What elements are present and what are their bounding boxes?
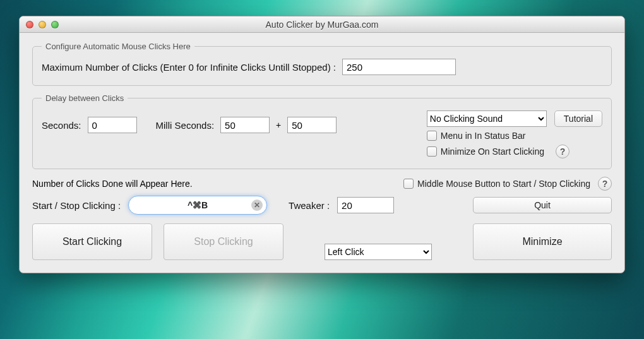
- minimize-icon[interactable]: [39, 21, 46, 28]
- clicks-done-label: Number of Clicks Done will Appear Here.: [32, 179, 193, 189]
- menu-label: Menu in In Status Bar: [441, 131, 526, 141]
- click-type-select[interactable]: Left Click: [325, 244, 432, 260]
- middle-label: Middle Mouse Button to Start / Stop Clic…: [417, 179, 590, 189]
- ms-label: Milli Seconds:: [156, 120, 215, 131]
- app-window: Auto Clicker by MurGaa.com Configure Aut…: [19, 16, 625, 273]
- minimize-button[interactable]: Minimize: [473, 223, 612, 260]
- minimize-label: Minimize: [522, 236, 562, 247]
- hotkey-field[interactable]: ^⌘B ✕: [128, 196, 267, 215]
- menu-checkbox[interactable]: [427, 131, 437, 141]
- ms-input-2[interactable]: [287, 117, 337, 133]
- ms-input-1[interactable]: [220, 117, 270, 133]
- content: Configure Automatic Mouse Clicks Here Ma…: [20, 33, 624, 273]
- help-icon-2[interactable]: ?: [598, 177, 612, 191]
- start-clicking-button[interactable]: Start Clicking: [32, 223, 152, 260]
- start-clicking-label: Start Clicking: [63, 236, 122, 247]
- seconds-label: Seconds:: [42, 120, 81, 131]
- configure-group: Configure Automatic Mouse Clicks Here Ma…: [32, 42, 612, 86]
- titlebar: Auto Clicker by MurGaa.com: [20, 16, 624, 33]
- window-controls: [26, 21, 59, 28]
- help-icon[interactable]: ?: [556, 145, 569, 158]
- tweaker-label: Tweaker :: [289, 200, 330, 211]
- plus-label: +: [276, 120, 281, 130]
- minimize-start-label: Minimize On Start Clicking: [441, 146, 544, 157]
- hotkey-label: Start / Stop Clicking :: [32, 200, 121, 211]
- zoom-icon[interactable]: [51, 21, 59, 28]
- minimize-checkbox[interactable]: [427, 146, 437, 157]
- hotkey-value: ^⌘B: [188, 200, 208, 210]
- delay-legend: Delay between Clicks: [42, 93, 128, 103]
- configure-legend: Configure Automatic Mouse Clicks Here: [42, 42, 194, 51]
- clear-icon[interactable]: ✕: [251, 199, 263, 211]
- quit-button[interactable]: Quit: [473, 197, 612, 213]
- sound-select[interactable]: No Clicking Sound: [427, 110, 547, 127]
- max-clicks-input[interactable]: [342, 59, 456, 75]
- close-icon[interactable]: [26, 21, 33, 28]
- seconds-input[interactable]: [88, 117, 137, 133]
- window-title: Auto Clicker by MurGaa.com: [20, 20, 624, 30]
- stop-clicking-button[interactable]: Stop Clicking: [164, 223, 283, 260]
- tweaker-input[interactable]: [337, 197, 394, 213]
- middle-checkbox[interactable]: [403, 179, 414, 189]
- max-clicks-label: Maximum Number of Clicks (Enter 0 for In…: [42, 62, 336, 73]
- stop-clicking-label: Stop Clicking: [194, 236, 253, 247]
- delay-group: Delay between Clicks Seconds: Milli Seco…: [32, 93, 612, 169]
- tutorial-button[interactable]: Tutorial: [554, 110, 602, 127]
